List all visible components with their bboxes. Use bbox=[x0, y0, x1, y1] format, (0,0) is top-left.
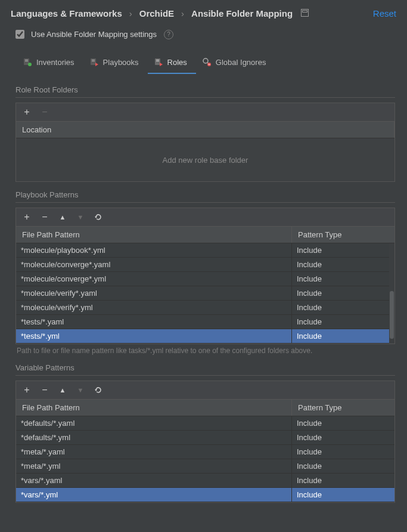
help-icon[interactable]: ? bbox=[164, 30, 173, 39]
column-file-path-pattern: File Path Pattern bbox=[16, 227, 292, 243]
variable-section: Variable Patterns + − ▲ ▼ File Path Patt… bbox=[0, 363, 407, 511]
table-row[interactable]: *defaults/*.ymlInclude bbox=[16, 431, 394, 445]
cell-path: *defaults/*.yml bbox=[16, 431, 292, 444]
add-button[interactable]: + bbox=[21, 384, 33, 396]
remove-button[interactable]: − bbox=[39, 384, 51, 396]
revert-button[interactable] bbox=[92, 211, 104, 223]
move-down-button: ▼ bbox=[74, 384, 86, 396]
cell-type: Include bbox=[292, 474, 394, 487]
svg-marker-13 bbox=[160, 63, 163, 66]
cell-path: *vars/*.yaml bbox=[16, 474, 292, 487]
column-pattern-type: Pattern Type bbox=[292, 227, 394, 243]
table-row[interactable]: *molecule/converge*.yamlInclude bbox=[16, 258, 394, 272]
remove-button[interactable]: − bbox=[39, 211, 51, 223]
cell-path: *defaults/*.yaml bbox=[16, 416, 292, 430]
table-row[interactable]: *molecule/converge*.ymlInclude bbox=[16, 272, 394, 286]
svg-point-5 bbox=[28, 63, 32, 66]
svg-rect-3 bbox=[25, 60, 28, 60]
cell-type: Include bbox=[292, 488, 394, 502]
move-up-button[interactable]: ▲ bbox=[57, 384, 69, 396]
ignores-icon bbox=[202, 57, 212, 67]
tabs: Inventories Playbooks Roles Global Ignor… bbox=[0, 52, 407, 75]
cell-path: *meta/*.yaml bbox=[16, 445, 292, 459]
cell-path: *tests/*.yml bbox=[16, 329, 292, 343]
breadcrumb-item[interactable]: Languages & Frameworks bbox=[11, 8, 122, 18]
tab-label: Roles bbox=[167, 58, 187, 67]
remove-button: − bbox=[39, 106, 51, 118]
tab-label: Global Ignores bbox=[216, 58, 266, 67]
table-row[interactable]: *defaults/*.yamlInclude bbox=[16, 416, 394, 431]
cell-path: *molecule/verify*.yml bbox=[16, 301, 292, 314]
variable-table-body[interactable]: *defaults/*.yamlInclude*defaults/*.ymlIn… bbox=[16, 416, 394, 502]
cell-path: *molecule/verify*.yaml bbox=[16, 286, 292, 300]
svg-point-14 bbox=[203, 58, 208, 63]
reset-link[interactable]: Reset bbox=[373, 8, 396, 18]
table-row[interactable]: *vars/*.ymlInclude bbox=[16, 488, 394, 502]
cell-type: Include bbox=[292, 416, 394, 430]
cell-path: *molecule/playbook*.yml bbox=[16, 243, 292, 257]
move-up-button[interactable]: ▲ bbox=[57, 211, 69, 223]
revert-button[interactable] bbox=[92, 384, 104, 396]
svg-rect-7 bbox=[92, 60, 95, 60]
cell-type: Include bbox=[292, 272, 394, 286]
table-row[interactable]: *meta/*.ymlInclude bbox=[16, 459, 394, 474]
tab-label: Playbooks bbox=[103, 58, 139, 67]
playbook-hint: Path to file or file name pattern like t… bbox=[15, 344, 395, 355]
roles-icon bbox=[154, 57, 163, 67]
cell-type: Include bbox=[292, 459, 394, 473]
svg-rect-10 bbox=[155, 58, 160, 65]
tab-inventories[interactable]: Inventories bbox=[17, 52, 83, 74]
playbook-header: File Path Pattern Pattern Type bbox=[16, 226, 394, 243]
chevron-right-icon: › bbox=[129, 8, 132, 18]
section-title: Variable Patterns bbox=[15, 363, 395, 376]
cell-path: *tests/*.yaml bbox=[16, 315, 292, 329]
table-row[interactable]: *meta/*.yamlInclude bbox=[16, 445, 394, 459]
variable-header: File Path Pattern Pattern Type bbox=[16, 399, 394, 416]
cell-type: Include bbox=[292, 258, 394, 271]
section-title: Role Root Folders bbox=[15, 85, 395, 98]
add-button[interactable]: + bbox=[21, 106, 33, 118]
tab-label: Inventories bbox=[36, 58, 74, 67]
playbooks-icon bbox=[89, 57, 99, 67]
svg-marker-18 bbox=[95, 216, 97, 218]
table-row[interactable]: *molecule/playbook*.ymlInclude bbox=[16, 243, 394, 258]
table-row[interactable]: *tests/*.yamlInclude bbox=[16, 315, 394, 329]
table-row[interactable]: *molecule/verify*.ymlInclude bbox=[16, 301, 394, 315]
table-row[interactable]: *tests/*.ymlInclude bbox=[16, 329, 394, 344]
column-location: Location bbox=[16, 122, 394, 138]
use-mapping-label: Use Ansible Folder Mapping settings bbox=[31, 30, 157, 39]
table-row[interactable]: *molecule/verify*.yamlInclude bbox=[16, 286, 394, 301]
role-root-panel: + − Location Add new role base folder bbox=[15, 103, 395, 182]
breadcrumb-item[interactable]: OrchidE bbox=[139, 8, 174, 18]
use-mapping-checkbox[interactable] bbox=[15, 30, 24, 39]
variable-panel: + − ▲ ▼ File Path Pattern Pattern Type *… bbox=[15, 381, 395, 503]
expand-icon[interactable] bbox=[301, 9, 309, 18]
table-row[interactable]: *vars/*.yamlInclude bbox=[16, 474, 394, 488]
add-button[interactable]: + bbox=[21, 211, 33, 223]
cell-type: Include bbox=[292, 431, 394, 444]
variable-toolbar: + − ▲ ▼ bbox=[16, 381, 394, 399]
cell-type: Include bbox=[292, 243, 394, 257]
role-root-toolbar: + − bbox=[16, 103, 394, 121]
column-pattern-type: Pattern Type bbox=[292, 400, 394, 416]
breadcrumb-item[interactable]: Ansible Folder Mapping bbox=[191, 8, 293, 18]
svg-rect-12 bbox=[156, 61, 159, 61]
cell-path: *molecule/converge*.yaml bbox=[16, 258, 292, 271]
svg-rect-4 bbox=[25, 61, 28, 61]
playbook-table-body[interactable]: *molecule/playbook*.ymlInclude*molecule/… bbox=[16, 243, 394, 344]
cell-path: *meta/*.yml bbox=[16, 459, 292, 473]
scrollbar[interactable] bbox=[389, 243, 394, 344]
inventories-icon bbox=[23, 57, 32, 67]
cell-type: Include bbox=[292, 445, 394, 459]
playbook-toolbar: + − ▲ ▼ bbox=[16, 208, 394, 226]
svg-marker-19 bbox=[95, 389, 97, 391]
playbook-section: Playbook Patterns + − ▲ ▼ File Path Patt… bbox=[0, 190, 407, 363]
cell-path: *molecule/converge*.yml bbox=[16, 272, 292, 286]
tab-roles[interactable]: Roles bbox=[148, 52, 196, 74]
tab-playbooks[interactable]: Playbooks bbox=[83, 52, 148, 74]
breadcrumb: Languages & Frameworks › OrchidE › Ansib… bbox=[0, 0, 407, 24]
cell-type: Include bbox=[292, 315, 394, 329]
role-root-header: Location bbox=[16, 121, 394, 138]
tab-global-ignores[interactable]: Global Ignores bbox=[196, 52, 275, 74]
role-root-empty[interactable]: Add new role base folder bbox=[16, 138, 394, 181]
